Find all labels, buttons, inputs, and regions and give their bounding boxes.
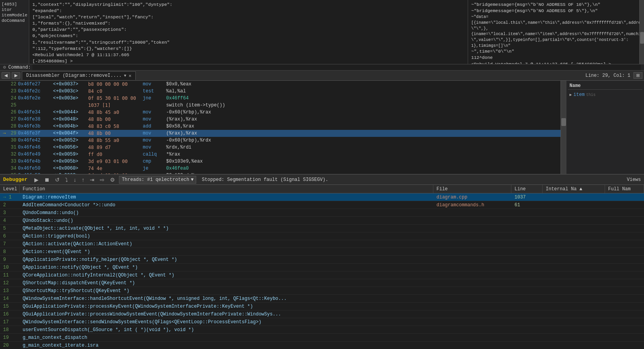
stack-row[interactable]: 11QCoreApplication::notifyInternal2(QObj…	[0, 271, 644, 279]
command-label: Command:	[8, 65, 31, 70]
col-header-intname[interactable]: Internal Na ▲	[543, 185, 605, 193]
col-header-line[interactable]: Line	[511, 185, 543, 193]
views-button[interactable]: Views	[627, 177, 641, 182]
jump-to-line-btn[interactable]: ⇨	[98, 176, 106, 184]
disasm-expand-btn[interactable]: ⊞	[633, 72, 642, 79]
disasm-row[interactable]: 320x46fe49<+0x0059>ff d0callq*%rax	[0, 151, 561, 158]
disasm-vertical-scrollbar[interactable]	[561, 81, 566, 174]
stack-row[interactable]: 6QAction::triggered(bool)	[0, 232, 644, 240]
col-header-function[interactable]: Function	[20, 185, 433, 193]
step-into-btn[interactable]: ↓	[72, 176, 78, 184]
disasm-row[interactable]: 270x46fe38<+0x0048>48 8b 00mov(%rax),%ra…	[0, 116, 561, 123]
mnemonic: mov	[143, 109, 166, 116]
stack-level: 7	[0, 241, 20, 247]
disasm-row[interactable]: 230x46fe2c<+0x003c>84 c0test%al,%al	[0, 88, 561, 95]
stack-row[interactable]: 9QApplicationPrivate::notify_helper(QObj…	[0, 256, 644, 264]
tab-dropdown-icon[interactable]: ▼	[124, 74, 126, 78]
stack-function: QApplicationPrivate::notify_helper(QObje…	[20, 257, 433, 262]
mnemonic: je	[143, 165, 166, 172]
bytes: ff d0	[88, 151, 143, 158]
disasm-row[interactable]: 240x46fe2e<+0x003e>0f 85 30 01 00 00jne0…	[0, 95, 561, 102]
disasm-row[interactable]: 340x46fe50<+0x0060>74 4eje0x46fea0	[0, 165, 561, 172]
stack-row[interactable]: 13QShortcutMap::tryShortcut(QKeyEvent *)	[0, 287, 644, 295]
disasm-row[interactable]: 280x46fe3b<+0x004b>48 83 c0 58add$0x58,%…	[0, 123, 561, 130]
disasm-row[interactable]: 220x46fe27<+0x0037>b8 00 00 00 00mov$0x0…	[0, 81, 561, 88]
stack-level: 5	[0, 226, 20, 231]
stack-row[interactable]: 14QWindowSystemInterface::handleShortcut…	[0, 295, 644, 303]
bytes: 48 8b 00	[88, 116, 143, 123]
col-header-fullname[interactable]: Full Nam	[605, 185, 644, 193]
run-to-line-btn[interactable]: ⇥	[88, 176, 96, 184]
stack-row[interactable]: 18userEventSourceDispatch(_GSource *, in…	[0, 326, 644, 334]
mnemonic: cmp	[143, 158, 166, 165]
stack-row[interactable]: → 1Diagram::removeItemdiagram.cpp1037	[0, 193, 644, 201]
stop-btn[interactable]: ⏹	[43, 176, 51, 184]
stack-function: QUndoStack::undo()	[20, 218, 433, 223]
stack-row[interactable]: 2AddItemCommand<Conductor *>::undodiagra…	[0, 201, 644, 209]
stack-function: AddItemCommand<Conductor *>::undo	[20, 202, 433, 208]
stack-level: 4	[0, 218, 20, 223]
disasm-row[interactable]: →290x46fe3f<+0x004f>48 8b 00mov(%rax),%r…	[0, 130, 561, 137]
disasm-nav-forward[interactable]: ▶	[12, 72, 20, 79]
disasm-tab[interactable]: Disassembler (Diagram::removeI.... ▼ ✕	[22, 71, 136, 80]
disasm-row[interactable]: 330x46fe4b<+0x005b>3d e9 03 01 00cmp$0x1…	[0, 158, 561, 165]
operands: (%rax),%rax	[166, 116, 559, 123]
disasm-nav-back[interactable]: ◀	[2, 72, 10, 79]
step-over-btn[interactable]: ⤵	[64, 176, 69, 184]
stack-row[interactable]: 10QApplication::notify(QObject *, QEvent…	[0, 264, 644, 271]
col-header-level[interactable]: Level	[0, 185, 20, 193]
operands: -0x60(%rbp),%rdx	[166, 137, 559, 144]
address: 0x46fe4b	[18, 158, 53, 165]
stack-level: 12	[0, 280, 20, 286]
log-scrollbar[interactable]	[639, 0, 644, 64]
mnemonic: mov	[143, 137, 166, 144]
stack-row[interactable]: 17QWindowSystemInterface::sendWindowSyst…	[0, 318, 644, 326]
line-number: 30	[7, 137, 18, 144]
stack-row[interactable]: 4QUndoStack::undo()	[0, 217, 644, 225]
stack-row[interactable]: 7QAction::activate(QAction::ActionEvent)	[0, 240, 644, 248]
operands: 0x46fea0	[166, 165, 559, 172]
stack-function: QAction::event(QEvent *)	[20, 249, 433, 255]
line-number: 25	[7, 102, 18, 109]
stack-row[interactable]: 16QGuiApplicationPrivate::processWindowS…	[0, 310, 644, 318]
stack-row[interactable]: 20g_main_context_iterate.isra	[0, 342, 644, 349]
settings-btn[interactable]: ⚙	[108, 176, 117, 184]
stack-function: Diagram::removeItem	[20, 195, 433, 200]
bytes: 84 c0	[88, 88, 143, 95]
disasm-tab-close[interactable]: ✕	[129, 73, 131, 79]
disasm-row[interactable]: 251037 [1]switch (item->type())	[0, 102, 561, 109]
mnemonic: callq	[143, 151, 166, 158]
continue-btn[interactable]: ▶	[33, 176, 40, 184]
stack-row[interactable]: 12QShortcutMap::dispatchEvent(QKeyEvent …	[0, 279, 644, 287]
disasm-content: 220x46fe27<+0x0037>b8 00 00 00 00mov$0x0…	[0, 81, 644, 174]
bytes: 48 8b 00	[88, 130, 143, 137]
stack-row[interactable]: 15QGuiApplicationPrivate::processKeyEven…	[0, 303, 644, 310]
step-out-btn[interactable]: ↑	[80, 176, 86, 184]
current-line-indicator: →	[2, 130, 7, 137]
disasm-row[interactable]: 300x46fe42<+0x0052>48 8b 55 a0mov-0x60(%…	[0, 137, 561, 144]
bytes: b8 00 00 00 00	[88, 81, 143, 88]
address: 0x46fe49	[18, 151, 53, 158]
operands: $0x0,%eax	[166, 81, 559, 88]
col-header-file[interactable]: File	[433, 185, 511, 193]
top-panel: [4853] itor itemModeler doCommand 1,"con…	[0, 0, 644, 64]
stack-level: → 1	[0, 195, 20, 200]
threads-dropdown[interactable]: Threads: #1 qelectrotech ▼	[119, 176, 196, 184]
stack-level: 9	[0, 257, 20, 262]
sidebar-item-4853: [4853]	[2, 2, 27, 7]
stack-row[interactable]: 19g_main_context_dispatch	[0, 334, 644, 342]
offset: <+0x003e>	[53, 95, 88, 102]
reset-btn[interactable]: ↺	[53, 176, 61, 184]
stack-row[interactable]: 5QMetaObject::activate(QObject *, int, i…	[0, 225, 644, 232]
disasm-line-col: Line: 29, Col: 1	[585, 73, 630, 78]
command-input[interactable]	[32, 65, 641, 70]
mnemonic: mov	[143, 130, 166, 137]
mnemonic: jne	[143, 95, 166, 102]
disasm-row[interactable]: 260x46fe34<+0x0044>48 8b 45 a0mov-0x60(%…	[0, 109, 561, 116]
stack-row[interactable]: 8QAction::event(QEvent *)	[0, 248, 644, 256]
stack-row[interactable]: 3QUndoCommand::undo()	[0, 209, 644, 217]
chevron-right-icon: ▶	[569, 92, 572, 97]
disasm-row[interactable]: 310x46fe46<+0x0056>48 89 d7mov%rdx,%rdi	[0, 144, 561, 151]
stack-level: 6	[0, 234, 20, 239]
name-tree-item-item[interactable]: ▶ item this	[568, 91, 642, 98]
